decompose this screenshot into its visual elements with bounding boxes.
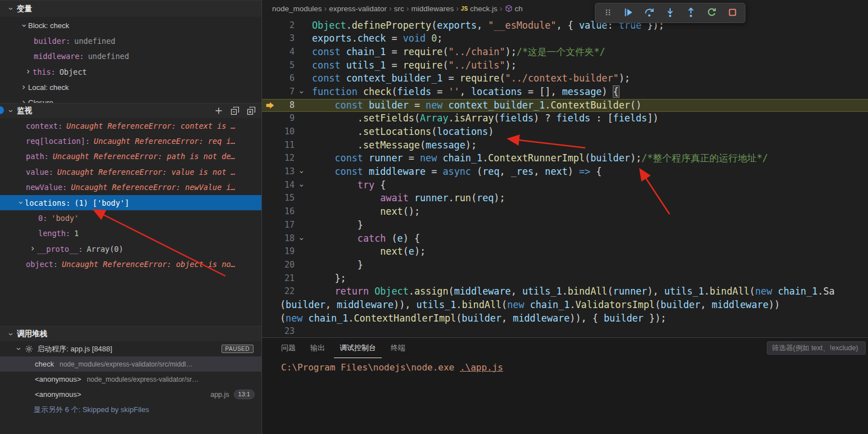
stop-button[interactable]	[726, 6, 739, 20]
code-line[interactable]: (new chain_1.ContextHandlerImpl(builder,…	[262, 312, 868, 326]
code-line[interactable]: 9 .setFields(Array.isArray(fields) ? fie…	[262, 112, 868, 125]
show-more-frames-link[interactable]: 显示另外 6 个: Skipped by skipFiles	[0, 402, 261, 417]
code-line[interactable]: 14› try {	[262, 179, 868, 192]
chevron-down-icon[interactable]: ›	[298, 234, 306, 243]
breakpoint-gutter[interactable]	[262, 32, 279, 46]
code-line[interactable]: 10 .setLocations(locations)	[262, 125, 868, 139]
watch-row[interactable]: path:Uncaught ReferenceError: path is no…	[0, 149, 261, 164]
breakpoint-gutter[interactable]	[262, 165, 279, 179]
chevron-down-icon[interactable]: ›	[298, 88, 306, 97]
console-file-link[interactable]: .\app.js	[460, 362, 503, 373]
code-line[interactable]: 20 }	[262, 259, 868, 272]
code-line[interactable]: 18› catch (e) {	[262, 232, 868, 246]
code-line[interactable]: 13› const middleware = async (req, _res,…	[262, 165, 868, 179]
chevron-down-icon[interactable]: ›	[7, 106, 16, 115]
step-into-button[interactable]	[663, 6, 677, 20]
debug-session-row[interactable]: › 启动程序: app.js [8488] PAUSED	[0, 341, 261, 356]
breakpoint-gutter[interactable]	[262, 192, 279, 205]
code-line[interactable]: 16 next();	[262, 205, 868, 219]
panel-tab[interactable]: 终端	[385, 338, 411, 358]
code-line[interactable]: 7›function check(fields = '', locations …	[262, 85, 868, 99]
code-line[interactable]: 12 const runner = new chain_1.ContextRun…	[262, 152, 868, 165]
fold-chevron-icon[interactable]: ›	[295, 232, 309, 246]
variable-row[interactable]: builder:undefined	[0, 33, 261, 48]
watch-row[interactable]: value:Uncaught ReferenceError: value is …	[0, 164, 261, 179]
watch-row[interactable]: ›locations:(1) ['body']	[0, 195, 261, 210]
execution-pointer-icon[interactable]	[262, 99, 279, 112]
code-line[interactable]: 19 next(e);	[262, 245, 868, 259]
code-line[interactable]: 15 await runner.run(req);	[262, 192, 868, 205]
code-line[interactable]: 17 }	[262, 219, 868, 232]
breakpoint-gutter[interactable]	[262, 285, 279, 299]
collapse-all-icon[interactable]	[230, 106, 240, 116]
chevron-down-icon[interactable]: ›	[7, 4, 16, 13]
code-line[interactable]: 11 .setMessage(message);	[262, 139, 868, 152]
code-line[interactable]: 4const chain_1 = require("../chain");/*这…	[262, 46, 868, 59]
code-line[interactable]: 23	[262, 325, 868, 337]
breakpoint-gutter[interactable]	[262, 59, 279, 73]
code-line[interactable]: (builder, middleware)), utils_1.bindAll(…	[262, 299, 868, 312]
breakpoint-gutter[interactable]	[262, 19, 279, 33]
breakpoint-gutter[interactable]	[262, 232, 279, 246]
watch-row[interactable]: newValue:Uncaught ReferenceError: newVal…	[0, 180, 261, 195]
variable-row[interactable]: ›Block: check	[0, 18, 261, 33]
breakpoint-gutter[interactable]	[262, 46, 279, 59]
breadcrumb-item[interactable]: node_modules	[272, 4, 322, 13]
watch-section-header[interactable]: › 监视	[0, 103, 261, 118]
breakpoint-gutter[interactable]	[262, 205, 279, 219]
breakpoint-gutter[interactable]	[262, 125, 279, 139]
chevron-down-icon[interactable]: ›	[7, 329, 16, 338]
breadcrumb-item[interactable]: ch	[505, 4, 523, 13]
watch-row[interactable]: object:Uncaught ReferenceError: object i…	[0, 257, 261, 272]
breadcrumb-item[interactable]: JScheck.js	[461, 4, 498, 13]
variable-row[interactable]: ›Local: check	[0, 80, 261, 95]
console-filter-input[interactable]	[767, 341, 866, 355]
code-line[interactable]: 8 const builder = new context_builder_1.…	[262, 99, 868, 112]
remove-all-expressions-icon[interactable]	[246, 106, 256, 116]
variables-section-header[interactable]: › 变量	[0, 0, 261, 17]
panel-tab[interactable]: 输出	[305, 338, 331, 358]
breakpoint-gutter[interactable]	[262, 112, 279, 125]
breakpoint-gutter[interactable]	[262, 139, 279, 152]
step-out-button[interactable]	[684, 6, 698, 20]
restart-button[interactable]	[705, 6, 718, 20]
panel-tab[interactable]: 问题	[275, 338, 301, 358]
code-line[interactable]: 21 };	[262, 272, 868, 286]
fold-chevron-icon[interactable]: ›	[295, 85, 309, 99]
breakpoint-gutter[interactable]	[262, 259, 279, 272]
watch-row[interactable]: context:Uncaught ReferenceError: context…	[0, 118, 261, 133]
chevron-right-icon[interactable]: ›	[24, 67, 33, 76]
code-area[interactable]: 2Object.defineProperty(exports, "__esMod…	[262, 19, 868, 338]
breakpoint-gutter[interactable]	[262, 325, 279, 337]
callstack-section-header[interactable]: › 调用堆栈	[0, 326, 261, 341]
breadcrumb-item[interactable]: src	[394, 4, 404, 13]
watch-row[interactable]: ›__proto__:Array(0)	[0, 241, 261, 256]
code-line[interactable]: 22 return Object.assign(middleware, util…	[262, 285, 868, 299]
chevron-down-icon[interactable]: ›	[20, 21, 28, 30]
stack-frame[interactable]: checknode_modules/express-validator/src/…	[0, 356, 261, 372]
chevron-down-icon[interactable]: ›	[16, 198, 25, 207]
drag-handle[interactable]	[601, 6, 614, 20]
stack-frame[interactable]: <anonymous>node_modules/express-validato…	[0, 372, 261, 387]
chevron-down-icon[interactable]: ›	[298, 168, 306, 177]
variable-row[interactable]: ›this:Object	[0, 64, 261, 79]
panel-tab[interactable]: 调试控制台	[334, 338, 382, 358]
chevron-right-icon[interactable]: ›	[19, 83, 28, 92]
code-line[interactable]: 2Object.defineProperty(exports, "__esMod…	[262, 19, 868, 33]
watch-row[interactable]: req[location]:Uncaught ReferenceError: r…	[0, 133, 261, 148]
breakpoint-gutter[interactable]	[262, 245, 279, 259]
code-line[interactable]: 5const utils_1 = require("../utils");	[262, 59, 868, 73]
add-expression-icon[interactable]	[214, 106, 224, 116]
breakpoint-gutter[interactable]	[262, 179, 279, 192]
breakpoint-gutter[interactable]	[262, 272, 279, 286]
breadcrumb-item[interactable]: express-validator	[329, 4, 387, 13]
chevron-down-icon[interactable]: ›	[298, 181, 306, 190]
chevron-right-icon[interactable]: ›	[28, 245, 37, 253]
continue-button[interactable]	[622, 6, 635, 20]
fold-chevron-icon[interactable]: ›	[295, 165, 309, 179]
watch-row[interactable]: 0:'body'	[0, 210, 261, 225]
stack-frame[interactable]: <anonymous>app.js13:1	[0, 387, 261, 402]
variable-row[interactable]: middleware:undefined	[0, 49, 261, 64]
breakpoint-gutter[interactable]	[262, 72, 279, 85]
breakpoint-gutter[interactable]	[262, 85, 279, 99]
